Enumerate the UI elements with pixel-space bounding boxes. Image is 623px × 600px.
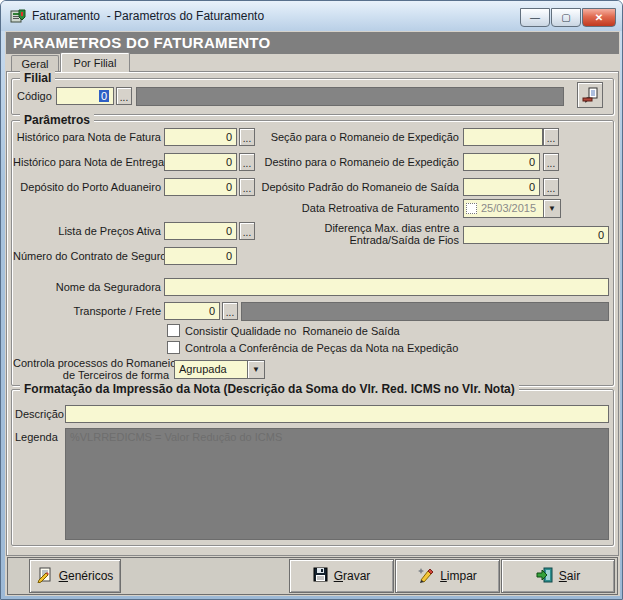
- gravar-label: Gravar: [334, 569, 371, 583]
- codigo-value: 0: [99, 90, 109, 102]
- historico-entrega-label: Histórico para Nota de Entrega: [13, 156, 161, 168]
- window-bottom-border: [1, 596, 623, 600]
- deposito-padrao-field[interactable]: 0: [463, 178, 540, 196]
- descricao-field[interactable]: [65, 405, 609, 423]
- pencil-eraser-icon: [418, 567, 434, 586]
- window-controls: — ▢ ✕: [519, 8, 616, 27]
- deposito-padrao-label: Depósito Padrão do Romaneio de Saída: [259, 181, 459, 193]
- seguradora-label: Nome da Seguradora: [13, 281, 161, 293]
- chevron-down-icon[interactable]: ▼: [247, 361, 264, 378]
- window-title: Faturamento - Parametros do Faturamento: [32, 9, 264, 23]
- diferenca-label-line1: Diferença Max. dias entre a: [259, 222, 459, 234]
- controla-processos-select[interactable]: Agrupada ▼: [174, 360, 265, 379]
- page-title: PARAMETROS DO FATURAMENTO: [6, 32, 619, 54]
- seguradora-field[interactable]: [164, 278, 609, 296]
- save-icon: [313, 567, 328, 585]
- diferenca-label-line2: Entrada/Saída de Fios: [259, 234, 459, 246]
- diferenca-field[interactable]: 0: [463, 226, 609, 244]
- chevron-down-icon[interactable]: ▼: [543, 200, 560, 217]
- controla-processos-label-line2: de Terceiros de forma: [13, 369, 169, 381]
- transporte-desc-field: [241, 302, 609, 321]
- consistir-qualidade-label: Consistir Qualidade no Romaneio de Saída: [185, 325, 400, 337]
- controla-processos-value: Agrupada: [179, 363, 227, 375]
- data-retroativa-value: 25/03/2015: [481, 202, 536, 214]
- minimize-icon: —: [530, 12, 540, 23]
- group-filial-title: Filial: [20, 71, 55, 85]
- destino-romaneio-browse-button[interactable]: ...: [543, 153, 559, 171]
- transporte-field[interactable]: 0: [164, 302, 220, 320]
- document-arrow-icon: [581, 95, 599, 106]
- descricao-label: Descrição: [15, 408, 64, 420]
- lista-precos-label: Lista de Preços Ativa: [13, 225, 161, 237]
- historico-fatura-label: Histórico para Nota de Fatura: [13, 131, 161, 143]
- maximize-button[interactable]: ▢: [551, 8, 581, 27]
- group-formatacao-title: Formatação da Impressão da Nota (Descriç…: [20, 382, 519, 396]
- historico-fatura-browse-button[interactable]: ...: [239, 128, 255, 146]
- genericos-button[interactable]: Genéricos: [29, 559, 121, 593]
- limpar-label: Limpar: [440, 569, 477, 583]
- group-parametros-title: Parâmetros: [20, 113, 94, 127]
- sair-label: Sair: [559, 569, 580, 583]
- controla-processos-label-line1: Controla processos do Romaneio: [13, 357, 169, 369]
- titlebar[interactable]: Faturamento - Parametros do Faturamento …: [1, 1, 623, 31]
- app-icon: [10, 8, 26, 24]
- filial-open-button[interactable]: [577, 82, 603, 108]
- historico-fatura-field[interactable]: 0: [164, 128, 237, 146]
- codigo-label: Código: [17, 90, 52, 102]
- lista-precos-browse-button[interactable]: ...: [239, 222, 255, 240]
- secao-romaneio-field[interactable]: [463, 128, 543, 146]
- sair-button[interactable]: Sair: [501, 559, 615, 593]
- deposito-aduaneiro-field[interactable]: 0: [164, 178, 237, 196]
- lista-precos-field[interactable]: 0: [164, 222, 237, 240]
- controla-conferencia-label: Controla a Conferência de Peças da Nota …: [185, 342, 458, 354]
- contrato-seguro-field[interactable]: 0: [164, 247, 237, 265]
- data-retroativa-label: Data Retroativa de Faturamento: [259, 202, 459, 214]
- gravar-button[interactable]: Gravar: [289, 559, 394, 593]
- controla-conferencia-checkbox[interactable]: [167, 341, 180, 354]
- close-icon: ✕: [595, 12, 603, 23]
- tab-por-filial[interactable]: Por Filial: [60, 52, 130, 72]
- legenda-area: %VLRREDICMS = Valor Redução do ICMS: [65, 428, 609, 540]
- data-retroativa-picker[interactable]: 25/03/2015 ▼: [463, 199, 561, 218]
- document-pencil-icon: [37, 567, 53, 586]
- historico-entrega-browse-button[interactable]: ...: [239, 153, 255, 171]
- genericos-label: Genéricos: [59, 569, 114, 583]
- secao-romaneio-browse-button[interactable]: ...: [543, 128, 559, 146]
- consistir-qualidade-checkbox[interactable]: [167, 324, 180, 337]
- legenda-label: Legenda: [15, 431, 58, 443]
- secao-romaneio-label: Seção para o Romaneio de Expedição: [259, 131, 459, 143]
- destino-romaneio-label: Destino para o Romaneio de Expedição: [259, 156, 459, 168]
- limpar-button[interactable]: Limpar: [395, 559, 500, 593]
- window: Faturamento - Parametros do Faturamento …: [0, 0, 623, 600]
- codigo-field[interactable]: 0: [56, 87, 114, 105]
- historico-entrega-field[interactable]: 0: [164, 153, 237, 171]
- close-button[interactable]: ✕: [582, 8, 616, 27]
- minimize-button[interactable]: —: [520, 8, 550, 27]
- filial-name-field: [136, 87, 564, 106]
- exit-door-icon: [536, 567, 553, 586]
- tab-geral[interactable]: Geral: [11, 55, 59, 72]
- date-checkbox[interactable]: [466, 203, 477, 214]
- deposito-aduaneiro-browse-button[interactable]: ...: [239, 178, 255, 196]
- maximize-icon: ▢: [561, 12, 570, 23]
- contrato-seguro-label: Número do Contrato de Seguro: [13, 250, 161, 262]
- deposito-aduaneiro-label: Depósito do Porto Aduaneiro: [13, 181, 161, 193]
- codigo-browse-button[interactable]: ...: [116, 87, 132, 105]
- deposito-padrao-browse-button[interactable]: ...: [543, 178, 559, 196]
- destino-romaneio-field[interactable]: 0: [463, 153, 540, 171]
- transporte-browse-button[interactable]: ...: [222, 302, 238, 320]
- transporte-label: Transporte / Frete: [13, 305, 161, 317]
